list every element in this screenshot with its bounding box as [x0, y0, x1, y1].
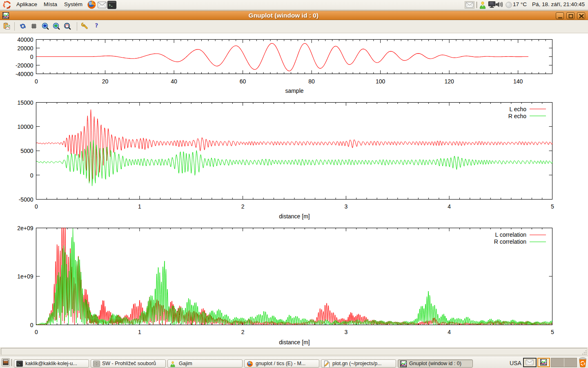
svg-text:0: 0: [30, 322, 33, 328]
svg-text:distance [m]: distance [m]: [279, 213, 310, 220]
svg-text:1: 1: [138, 203, 141, 210]
svg-text:10000: 10000: [18, 123, 33, 130]
svg-text:0: 0: [30, 172, 33, 179]
svg-text:5: 5: [551, 329, 554, 335]
svg-text:-20000: -20000: [16, 62, 33, 69]
svg-text:?: ?: [95, 22, 98, 29]
svg-text:4: 4: [448, 203, 451, 210]
svg-text:R correlation: R correlation: [494, 238, 526, 245]
svg-text:-5000: -5000: [19, 196, 33, 203]
svg-text:2e+09: 2e+09: [17, 225, 33, 231]
svg-text:1: 1: [138, 329, 141, 335]
svg-text:40000: 40000: [18, 36, 33, 43]
svg-text:140: 140: [513, 78, 523, 85]
svg-text:distance [m]: distance [m]: [279, 339, 310, 346]
svg-text:60: 60: [240, 78, 246, 85]
svg-text:3: 3: [345, 203, 348, 210]
svg-text:-40000: -40000: [16, 71, 33, 77]
svg-text:2: 2: [241, 329, 245, 335]
svg-text:5000: 5000: [20, 148, 33, 154]
svg-text:20: 20: [102, 78, 109, 85]
svg-text:80: 80: [308, 78, 315, 85]
svg-text:0: 0: [30, 54, 33, 60]
svg-text:15000: 15000: [18, 99, 33, 106]
svg-text:sample: sample: [285, 88, 303, 94]
svg-text:20000: 20000: [18, 45, 33, 52]
svg-text:1e+09: 1e+09: [17, 273, 33, 280]
svg-text:L echo: L echo: [509, 106, 526, 112]
svg-text:100: 100: [376, 78, 385, 85]
svg-text:5: 5: [551, 203, 554, 210]
svg-text:120: 120: [445, 78, 454, 85]
svg-text:2: 2: [241, 203, 245, 210]
svg-text:L correlation: L correlation: [495, 231, 526, 238]
svg-text:4: 4: [448, 329, 451, 335]
svg-text:40: 40: [171, 78, 177, 85]
svg-text:0: 0: [35, 203, 38, 210]
svg-text:0: 0: [35, 78, 38, 85]
svg-text:R echo: R echo: [508, 113, 527, 119]
svg-text:3: 3: [345, 329, 348, 335]
svg-text:0: 0: [35, 329, 38, 335]
